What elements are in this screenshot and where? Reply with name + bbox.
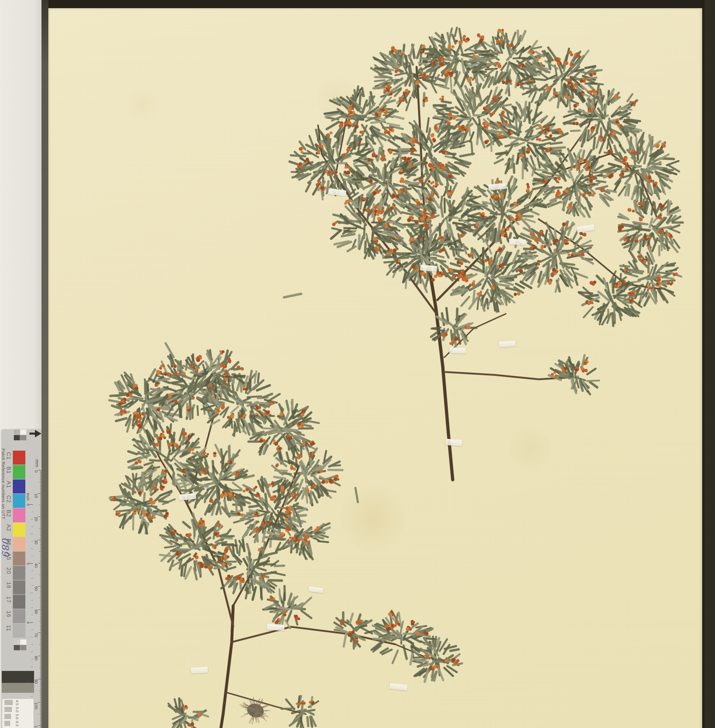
color-patch (13, 595, 25, 609)
mounting-tape (449, 347, 466, 353)
mm-ruler-number: 100 (34, 702, 38, 709)
inch-ruler-number: 3 (26, 681, 30, 683)
resolution-bars (5, 707, 12, 707)
patch-label: C1 (6, 452, 12, 460)
color-patch (13, 624, 25, 637)
patch-label: 18 (6, 582, 12, 589)
patch-label: C2 (6, 495, 12, 503)
resolution-bars (5, 716, 11, 716)
mm-ruler-number: 40 (34, 563, 38, 568)
mm-ruler-number: 60 (34, 609, 38, 614)
mm-ruler-number: 30 (34, 540, 38, 544)
resolution-number: 6.3 (15, 721, 20, 726)
registration-mini-patch (20, 429, 26, 435)
patch-label: B5 (6, 539, 12, 546)
color-patch (13, 523, 25, 537)
resolution-bars (5, 709, 12, 709)
resolution-bars (5, 723, 10, 724)
color-patch (13, 537, 25, 551)
resolution-bars (5, 714, 11, 714)
resolution-bars (5, 721, 10, 722)
color-patch (13, 551, 25, 565)
color-patch (13, 508, 25, 522)
registration-mini-patch (14, 435, 20, 440)
mounting-tape (267, 624, 285, 631)
resolution-bars (5, 718, 11, 719)
mm-ruler-number: 0 (34, 470, 38, 473)
inch-ruler-number: 5 (26, 563, 30, 565)
resolution-bars (5, 723, 10, 723)
registration-mini-patch (14, 645, 20, 650)
registration-mini-patch (20, 435, 26, 440)
color-patch (13, 566, 25, 580)
resolution-bars (5, 701, 13, 701)
resolution-bars (5, 702, 13, 702)
resolution-bars (5, 703, 13, 703)
patch-label: 20 (6, 567, 12, 574)
patch-label: A1 (6, 481, 12, 488)
resolution-bars (5, 708, 12, 708)
color-patch (13, 479, 25, 494)
color-patch (13, 465, 25, 479)
resolution-number: 5.0 (15, 707, 20, 712)
resolution-bars (5, 725, 10, 725)
dark-tape-band-lower (2, 683, 34, 693)
registration-arrow-top-head (35, 430, 41, 437)
patch-label: B2 (6, 510, 12, 517)
mm-ruler-number: 20 (34, 517, 38, 521)
registration-mini-patch (14, 639, 20, 645)
patch-label: B1 (6, 467, 12, 474)
mounting-tape (446, 439, 462, 446)
registration-mini-patch (20, 645, 26, 650)
backing-board-gap (41, 0, 48, 728)
registration-mini-patch (14, 429, 20, 435)
resolution-bars (5, 725, 10, 726)
inch-ruler-number: 4 (26, 622, 30, 624)
inch-ruler-number: 6 (26, 504, 30, 506)
mounting-tape (499, 340, 516, 347)
color-patch (13, 580, 25, 594)
resolution-target: 4.55.05.66.3 (2, 699, 33, 728)
patch-label: 16 (6, 611, 12, 617)
mm-ruler-number: 10 (34, 494, 38, 498)
calibration-strip: Patch Reference numbers on UTT mm Inch 0… (0, 0, 41, 728)
mm-ruler-number: 110 (34, 725, 38, 728)
resolution-bars (5, 711, 12, 712)
color-patch (13, 609, 25, 623)
resolution-bars (5, 700, 13, 701)
resolution-number: 5.6 (15, 714, 20, 719)
resolution-bars (5, 717, 11, 718)
patch-label: 17 (6, 596, 12, 603)
mm-ruler-number: 80 (34, 656, 38, 660)
patch-label: 11 (6, 625, 12, 631)
mm-ruler-number: 70 (34, 633, 38, 637)
pressed-plant-specimens (0, 0, 715, 728)
mounting-tape (509, 239, 526, 245)
mm-ruler-number: 90 (34, 679, 38, 684)
color-patch (13, 494, 25, 508)
resolution-bars (5, 715, 11, 715)
registration-mini-patch (20, 639, 26, 645)
registration-arrow-top (29, 433, 35, 435)
resolution-bars (5, 717, 11, 717)
mm-ruler-number: 50 (34, 586, 38, 591)
resolution-bars (5, 722, 10, 722)
resolution-bars (5, 710, 12, 711)
resolution-number: 4.5 (15, 700, 20, 705)
resolution-bars (5, 704, 13, 704)
resolution-bars (5, 704, 13, 705)
patch-label: A5 (6, 553, 12, 560)
patch-label: A2 (6, 524, 12, 532)
mounting-tape (191, 667, 208, 674)
resolution-bars (5, 710, 12, 710)
color-patch (13, 451, 25, 465)
